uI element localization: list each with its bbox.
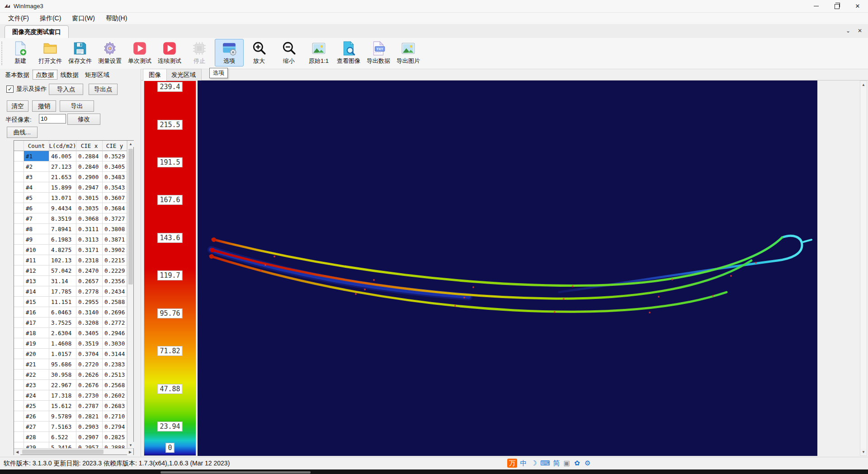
- toolbar-button-zoom-in[interactable]: 放大: [245, 39, 274, 66]
- scroll-down-icon[interactable]: ▼: [860, 449, 867, 455]
- table-row[interactable]: #2322.9670.26760.2568: [14, 380, 127, 390]
- table-cell: 0.2720: [76, 359, 103, 370]
- export-button[interactable]: 导出: [60, 100, 94, 112]
- table-row[interactable]: #182.63040.34050.2946: [14, 328, 127, 338]
- table-horizontal-scrollbar[interactable]: ◀ ▶: [14, 448, 133, 455]
- toolbar-button-continuous-test[interactable]: 连续测试: [155, 39, 184, 66]
- scroll-up-icon[interactable]: ▲: [127, 141, 134, 147]
- tab-list-dropdown-button[interactable]: ⌄: [844, 26, 853, 35]
- table-header-0: Count: [24, 141, 49, 151]
- toolbar-button-export-image[interactable]: 导出图片: [394, 39, 423, 66]
- table-cell: #8: [24, 224, 49, 234]
- table-row[interactable]: #2417.3180.27300.2602: [14, 390, 127, 401]
- table-cell: 0.2434: [103, 286, 127, 297]
- ime-icon-5[interactable]: ▣: [563, 459, 571, 468]
- menu-item-3[interactable]: 帮助(H): [100, 13, 132, 24]
- table-row[interactable]: #1331.140.26570.2356: [14, 276, 127, 286]
- table-row[interactable]: #78.35190.30680.3727: [14, 213, 127, 224]
- curve-button[interactable]: 曲线...: [7, 127, 38, 138]
- ime-icon-7[interactable]: ⚙: [584, 459, 592, 468]
- ime-icon-3[interactable]: ⌨: [540, 459, 550, 468]
- table-row[interactable]: #2230.9580.26260.2513: [14, 370, 127, 380]
- export-points-button[interactable]: 导出点: [89, 84, 118, 95]
- radius-pixels-input[interactable]: [39, 114, 66, 123]
- table-row[interactable]: #513.0710.30150.3607: [14, 193, 127, 203]
- table-row[interactable]: #191.46080.35190.3030: [14, 338, 127, 349]
- table-row[interactable]: #295.34160.29570.2888: [14, 442, 127, 448]
- scroll-right-icon[interactable]: ▶: [127, 449, 133, 455]
- scroll-up-icon[interactable]: ▲: [860, 81, 867, 88]
- table-row[interactable]: #286.5220.29070.2825: [14, 432, 127, 442]
- table-row[interactable]: #415.8990.29470.3543: [14, 182, 127, 193]
- image-canvas[interactable]: [198, 81, 817, 456]
- table-row[interactable]: #96.19830.31130.3871: [14, 234, 127, 245]
- table-cell: 0.3684: [103, 203, 127, 213]
- toolbar-button-single-test[interactable]: 单次测试: [125, 39, 154, 66]
- data-tab-1[interactable]: 点数据: [33, 70, 57, 80]
- table-row[interactable]: #201.01570.37040.3144: [14, 349, 127, 359]
- close-button[interactable]: ✕: [847, 0, 868, 12]
- scroll-left-icon[interactable]: ◀: [14, 449, 20, 455]
- colorbar-label: 215.5: [157, 120, 182, 130]
- ime-icon-0[interactable]: 万: [507, 459, 517, 468]
- table-row[interactable]: #173.75250.32080.2772: [14, 318, 127, 328]
- table-row[interactable]: #1417.7850.27780.2434: [14, 286, 127, 297]
- data-tab-2[interactable]: 线数据: [57, 70, 82, 80]
- display-operate-checkbox[interactable]: ✓: [6, 85, 14, 93]
- table-row[interactable]: #227.1230.28400.3405: [14, 161, 127, 172]
- toolbar-button-view-image[interactable]: 查看图像: [334, 39, 363, 66]
- row-selector-cell: [14, 318, 24, 328]
- minimize-button[interactable]: [806, 0, 826, 12]
- toolbar-button-zoom-out[interactable]: 缩小: [274, 39, 303, 66]
- toolbar-button-options[interactable]: 选项: [215, 39, 244, 66]
- modify-button[interactable]: 修改: [67, 114, 100, 125]
- view-tab-1[interactable]: 发光区域: [165, 69, 202, 81]
- table-row[interactable]: #321.6530.29000.3483: [14, 172, 127, 182]
- table-row[interactable]: #2195.6860.27200.2383: [14, 359, 127, 370]
- toolbar-button-stop[interactable]: 停止: [185, 39, 214, 66]
- table-row[interactable]: #277.51630.29030.2794: [14, 422, 127, 432]
- table-cell: 0.2957: [76, 442, 103, 448]
- table-cell: 0.2900: [76, 172, 103, 182]
- table-row[interactable]: #2515.6120.27870.2683: [14, 401, 127, 411]
- toolbar-button-open-folder[interactable]: 打开文件: [36, 39, 65, 66]
- table-row[interactable]: #1257.0420.24700.2229: [14, 265, 127, 276]
- data-tab-0[interactable]: 基本数据: [2, 70, 33, 80]
- table-row[interactable]: #69.44340.30350.3684: [14, 203, 127, 213]
- import-points-button[interactable]: 导入点: [49, 84, 83, 95]
- view-tab-0[interactable]: 图像: [143, 69, 167, 81]
- table-row[interactable]: #166.04630.31400.2696: [14, 307, 127, 318]
- image-vertical-scrollbar[interactable]: ▲ ▼: [860, 81, 867, 456]
- clear-button[interactable]: 清空: [7, 100, 28, 112]
- table-vertical-scrollbar[interactable]: ▲ ▼: [127, 141, 133, 448]
- toolbar-button-measure-gear[interactable]: 测量设置: [95, 39, 124, 66]
- table-row[interactable]: #87.89410.31110.3808: [14, 224, 127, 234]
- restore-button[interactable]: [826, 0, 847, 12]
- data-tab-3[interactable]: 矩形区域: [82, 70, 113, 80]
- menu-item-1[interactable]: 操作(C): [34, 13, 66, 24]
- document-tab[interactable]: 图像亮度测试窗口: [5, 25, 69, 38]
- ime-icon-1[interactable]: 中: [519, 459, 528, 468]
- scrollbar-thumb[interactable]: [22, 450, 104, 454]
- ime-icon-2[interactable]: ☽: [530, 459, 538, 468]
- scroll-down-icon[interactable]: ▼: [127, 442, 134, 448]
- table-row[interactable]: #146.0050.28840.3529: [14, 151, 127, 161]
- menu-item-2[interactable]: 窗口(W): [66, 13, 100, 24]
- toolbar-button-export-txt[interactable]: TXT导出数据: [364, 39, 393, 66]
- toolbar-button-new-file[interactable]: 新建: [6, 39, 35, 66]
- table-row[interactable]: #11102.130.23180.2215: [14, 255, 127, 265]
- ime-icon-4[interactable]: 简: [552, 459, 561, 468]
- scrollbar-thumb[interactable]: [128, 149, 133, 284]
- toolbar-button-save-floppy[interactable]: 保存文件: [66, 39, 94, 66]
- ime-icon-6[interactable]: ✿: [573, 459, 581, 468]
- table-cell: 0.2907: [76, 432, 103, 442]
- table-row[interactable]: #1511.1510.29550.2588: [14, 297, 127, 307]
- continuous-test-icon: [162, 41, 177, 56]
- undo-button[interactable]: 撤销: [32, 100, 56, 112]
- table-row[interactable]: #104.82750.31710.3902: [14, 245, 127, 255]
- tab-close-button[interactable]: ✕: [855, 26, 864, 35]
- toolbar-button-original-1to1[interactable]: 原始1:1: [304, 39, 333, 66]
- table-row[interactable]: #269.57890.28210.2710: [14, 411, 127, 422]
- toolbar-grip[interactable]: [1, 42, 2, 65]
- menu-item-0[interactable]: 文件(F): [3, 13, 34, 24]
